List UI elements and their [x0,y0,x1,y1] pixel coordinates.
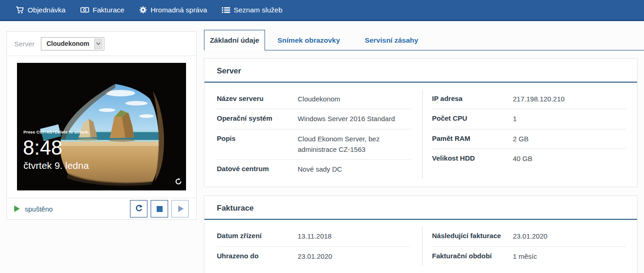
server-card-header: Server [204,59,637,83]
field-label: Operační systém [217,113,298,124]
restart-button[interactable] [130,200,147,217]
nav-item-objednavka[interactable]: Objednávka [16,6,66,14]
billing-card-right-column: Následující fakturace 23.01.2020 Faktura… [422,227,638,266]
field-label: Pamět RAM [432,134,513,144]
table-row: Datum zřízení 13.11.2018 [217,227,411,246]
server-status-row: spuštěno [7,198,196,219]
screenshot-refresh-icon[interactable] [175,178,182,187]
field-label: Datové centrum [217,164,298,174]
table-row: Velikost HDD 40 GB [432,149,627,168]
play-icon [178,206,184,212]
field-value: Nové sady DC [298,164,411,174]
field-value: 23.01.2020 [513,231,627,241]
server-select-value: Cloudekonom [46,40,89,47]
server-controls [130,200,189,217]
field-label: Popis [217,134,298,155]
server-card-body: Název serveru Cloudekonom Operační systé… [204,83,637,187]
field-label: Počet CPU [432,113,513,124]
billing-card-header: Fakturace [204,196,637,220]
field-value: 13.11.2018 [298,231,411,241]
chevron-down-icon[interactable] [94,39,102,49]
top-navbar: Objednávka Fakturace Hromadná sp [0,0,644,21]
card-title: Server [217,67,241,75]
lockscreen-press-text: Press Ctrl+Alt+Delete to unlock. [23,130,89,134]
server-select[interactable]: Cloudekonom [41,37,104,50]
table-row: Fakturační období 1 měsíc [432,247,627,266]
nav-item-hromadna-sprava[interactable]: Hromadná správa [139,6,207,14]
table-row: Následující fakturace 23.01.2020 [432,227,627,246]
field-value: 217.198.120.210 [513,94,627,104]
cart-icon [16,6,24,14]
field-label: Fakturační období [432,251,513,262]
field-value: 2 GB [513,134,627,144]
nav-item-label: Seznam služeb [234,6,282,14]
field-value: Cloudekonom [298,94,411,104]
field-label: Velikost HDD [432,153,513,164]
server-panel: Server Cloudekonom [6,31,197,220]
restart-icon [135,204,143,213]
stop-button[interactable] [151,200,168,217]
server-screenshot-preview[interactable]: Press Ctrl+Alt+Delete to unlock. 8:48 čt… [17,63,186,190]
field-label: Uhrazeno do [217,251,298,262]
lockscreen-scene [17,63,186,190]
server-card-left-column: Název serveru Cloudekonom Operační systé… [204,89,422,179]
tab-zakladni-udaje[interactable]: Základní údaje [204,30,265,50]
billing-card: Fakturace Datum zřízení 13.11.2018 Uhraz… [204,195,638,273]
detail-content: Základní údaje Snímek obrazovky Servisní… [204,30,644,273]
server-panel-header: Server Cloudekonom [7,32,196,56]
table-row: Pamět RAM 2 GB [432,129,627,149]
nav-item-label: Objednávka [28,6,66,14]
server-select-label: Server [14,40,34,48]
table-row: IP adresa 217.198.120.210 [432,89,627,109]
field-value: 1 [513,113,627,124]
field-value: 1 měsíc [513,251,627,262]
tab-servisni-zasahy[interactable]: Servisní zásahy [352,30,430,50]
field-value: 23.01.2020 [298,251,411,262]
field-label: Datum zřízení [217,231,298,241]
tabbar: Základní údaje Snímek obrazovky Servisní… [204,30,644,50]
billing-card-body: Datum zřízení 13.11.2018 Uhrazeno do 23.… [204,220,637,273]
table-row: Datové centrum Nové sady DC [217,160,411,179]
nav-item-fakturace[interactable]: Fakturace [80,6,124,14]
tab-label: Základní údaje [210,36,260,45]
table-row: Popis Cloud Ekonom Server, bez administr… [217,129,411,160]
table-row: Počet CPU 1 [432,109,627,129]
table-row: Název serveru Cloudekonom [217,89,411,109]
field-value: 40 GB [513,153,627,164]
nav-item-label: Hromadná správa [151,6,207,14]
field-value: Windows Server 2016 Standard [298,113,411,124]
server-card-right-column: IP adresa 217.198.120.210 Počet CPU 1 Pa… [422,89,638,179]
table-row: Uhrazeno do 23.01.2020 [217,247,411,266]
field-label: Název serveru [217,94,298,104]
tab-snimek-obrazovky[interactable]: Snímek obrazovky [265,30,352,50]
nav-item-label: Fakturace [93,6,124,14]
billing-card-left-column: Datum zřízení 13.11.2018 Uhrazeno do 23.… [204,227,422,266]
stop-icon [157,206,163,212]
banknote-icon [80,6,89,13]
lockscreen-date: čtvrtek 9. ledna [23,160,89,171]
tab-label: Servisní zásahy [365,36,418,44]
field-label: Následující fakturace [432,231,513,241]
field-value: Cloud Ekonom Server, bez administrace CZ… [298,134,411,155]
nav-item-seznam-sluzeb[interactable]: Seznam služeb [222,6,282,14]
status-text: spuštěno [25,205,53,213]
status-running-icon [14,206,20,212]
list-icon [222,7,230,13]
gear-icon [139,6,147,14]
card-title: Fakturace [217,204,254,212]
server-card: Server Název serveru Cloudekonom Operačn… [204,58,638,187]
table-row: Operační systém Windows Server 2016 Stan… [217,109,411,129]
tab-label: Snímek obrazovky [277,36,340,44]
field-label: IP adresa [432,94,513,104]
lockscreen-time: 8:48 [23,138,62,158]
start-button[interactable] [171,200,189,217]
